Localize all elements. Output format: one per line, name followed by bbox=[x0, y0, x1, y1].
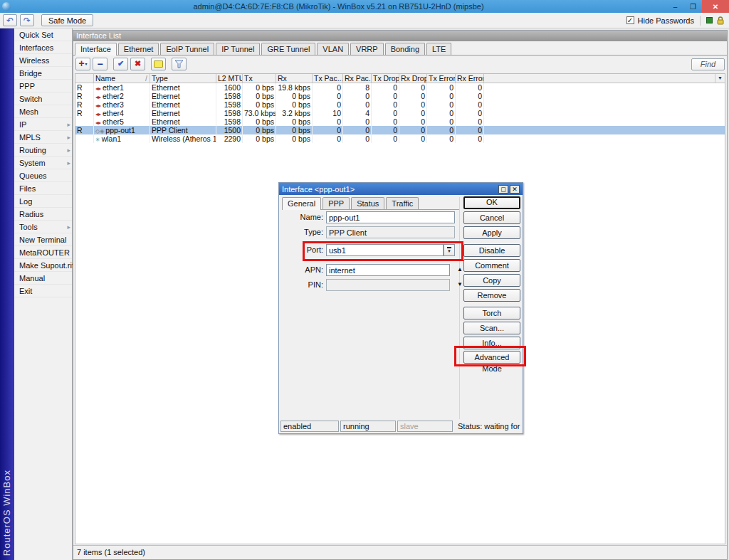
apn-input[interactable] bbox=[326, 264, 450, 276]
column-header-rx-drops[interactable]: Rx Drops bbox=[399, 74, 427, 83]
tab-vrrp[interactable]: VRRP bbox=[350, 43, 384, 55]
tab-ethernet[interactable]: Ethernet bbox=[118, 43, 159, 55]
tab-gre-tunnel[interactable]: GRE Tunnel bbox=[261, 43, 315, 55]
column-header-tx-pac[interactable]: Tx Pac... bbox=[313, 74, 343, 83]
add-button[interactable]: +▾ bbox=[75, 58, 90, 70]
sidebar-item-files[interactable]: Files bbox=[14, 182, 72, 195]
sidebar-item-interfaces[interactable]: Interfaces bbox=[14, 41, 72, 54]
flag-column-header[interactable] bbox=[75, 74, 94, 83]
torch-button[interactable]: Torch bbox=[463, 307, 520, 319]
table-row[interactable]: ◂▸ether5Ethernet15980 bps0 bps000000 bbox=[75, 117, 725, 126]
column-header-rx-pac[interactable]: Rx Pac... bbox=[343, 74, 372, 83]
dialog-close-button[interactable]: ✕ bbox=[510, 185, 520, 194]
table-row[interactable]: R◂▸ether1Ethernet16000 bps19.8 kbps08000… bbox=[75, 83, 725, 92]
close-button[interactable]: ✕ bbox=[702, 0, 729, 13]
copy-button[interactable]: Copy bbox=[463, 274, 520, 287]
safe-mode-button[interactable]: Safe Mode bbox=[41, 14, 93, 26]
restore-button[interactable]: ❐ bbox=[684, 0, 702, 13]
hide-passwords-checkbox[interactable]: ✓ bbox=[626, 16, 634, 24]
sidebar-item-switch[interactable]: Switch bbox=[14, 93, 72, 105]
sidebar-item-label: Routing bbox=[19, 146, 46, 154]
row-value: 1598 bbox=[216, 100, 243, 109]
comment-button[interactable]: Comment bbox=[463, 259, 520, 272]
row-value: 0 bbox=[313, 117, 343, 126]
row-value: 8 bbox=[343, 83, 372, 92]
row-value: 0 bbox=[427, 92, 456, 100]
interface-name: ether2 bbox=[103, 92, 124, 100]
sidebar-item-quick-set[interactable]: Quick Set bbox=[14, 28, 72, 41]
tab-interface[interactable]: Interface bbox=[75, 43, 117, 56]
dialog-tab-general[interactable]: General bbox=[282, 197, 321, 210]
cancel-button[interactable]: Cancel bbox=[463, 211, 520, 224]
comment-button[interactable] bbox=[151, 58, 166, 70]
sidebar-item-make-supout-rif[interactable]: Make Supout.rif bbox=[14, 259, 72, 272]
sidebar-item-label: Exit bbox=[19, 287, 32, 295]
row-value: 0 bbox=[456, 117, 484, 126]
disable-button[interactable]: ✖ bbox=[130, 58, 145, 70]
sidebar-item-routing[interactable]: Routing▸ bbox=[14, 144, 72, 157]
column-header-tx-drops[interactable]: Tx Drops bbox=[372, 74, 399, 83]
column-chooser-button[interactable]: ▼ bbox=[715, 74, 725, 83]
sidebar-item-mesh[interactable]: Mesh bbox=[14, 105, 72, 118]
column-header-rx[interactable]: Rx bbox=[276, 74, 313, 83]
port-dropdown-input[interactable] bbox=[326, 244, 444, 256]
tab-eoip-tunnel[interactable]: EoIP Tunnel bbox=[160, 43, 214, 55]
dialog-tab-traffic[interactable]: Traffic bbox=[386, 197, 419, 209]
dialog-tab-ppp[interactable]: PPP bbox=[322, 197, 350, 209]
tab-ip-tunnel[interactable]: IP Tunnel bbox=[216, 43, 260, 55]
interface-list-tabs: InterfaceEthernetEoIP TunnelIP TunnelGRE… bbox=[73, 41, 727, 56]
filter-button[interactable] bbox=[172, 58, 187, 70]
sidebar-item-new-terminal[interactable]: New Terminal bbox=[14, 233, 72, 246]
column-header-l2-mtu[interactable]: L2 MTU bbox=[216, 74, 243, 83]
sidebar-item-mpls[interactable]: MPLS▸ bbox=[14, 131, 72, 144]
column-header-type[interactable]: Type bbox=[150, 74, 216, 83]
enable-button[interactable]: ✔ bbox=[113, 58, 128, 70]
undo-button[interactable]: ↶ bbox=[3, 14, 17, 26]
dialog-titlebar: Interface <ppp-out1> ◻ ✕ bbox=[279, 183, 523, 195]
tab-bonding[interactable]: Bonding bbox=[385, 43, 425, 55]
collapse-up-icon[interactable]: ▲ bbox=[457, 267, 463, 273]
disable-button[interactable]: Disable bbox=[463, 244, 520, 257]
remove-button[interactable]: Remove bbox=[463, 289, 520, 302]
sidebar-item-label: Files bbox=[19, 184, 36, 193]
collapse-down-icon[interactable]: ▼ bbox=[457, 282, 463, 287]
sidebar-item-wireless[interactable]: Wireless bbox=[14, 54, 72, 67]
table-row[interactable]: R◂▸ether4Ethernet159873.0 kbps3.2 kbps10… bbox=[75, 109, 725, 117]
column-header-rx-errors[interactable]: Rx Errors bbox=[456, 74, 484, 83]
apply-button[interactable]: Apply bbox=[463, 226, 520, 239]
info-button[interactable]: Info... bbox=[463, 337, 520, 349]
column-header-name[interactable]: Name/ bbox=[94, 74, 150, 83]
tab-vlan[interactable]: VLAN bbox=[317, 43, 349, 55]
remove-button[interactable]: − bbox=[93, 58, 107, 70]
sidebar-item-exit[interactable]: Exit bbox=[14, 285, 72, 297]
scan-button[interactable]: Scan... bbox=[463, 322, 520, 334]
port-dropdown-button[interactable]: ▼ bbox=[444, 244, 455, 256]
column-header-tx[interactable]: Tx bbox=[243, 74, 276, 83]
table-row[interactable]: ✳wlan1Wireless (Atheros 11N)22900 bps0 b… bbox=[75, 134, 725, 143]
pin-input[interactable] bbox=[326, 279, 450, 291]
sidebar-item-manual[interactable]: Manual bbox=[14, 272, 72, 285]
table-row[interactable]: R◂▸ether3Ethernet15980 bps0 bps000000 bbox=[75, 100, 725, 109]
dialog-restore-button[interactable]: ◻ bbox=[498, 185, 508, 194]
name-input[interactable] bbox=[326, 211, 455, 223]
redo-button[interactable]: ↷ bbox=[20, 14, 34, 26]
minimize-button[interactable]: – bbox=[666, 0, 684, 13]
column-header-tx-errors[interactable]: Tx Errors bbox=[427, 74, 456, 83]
ok-button[interactable]: OK bbox=[463, 196, 520, 209]
table-row[interactable]: R◇◈ppp-out1PPP Client15000 bps0 bps00000… bbox=[75, 126, 725, 134]
advanced-mode-button[interactable]: Advanced Mode bbox=[463, 351, 520, 364]
sidebar-item-queues[interactable]: Queues bbox=[14, 169, 72, 182]
tab-lte[interactable]: LTE bbox=[426, 43, 451, 55]
sidebar-item-log[interactable]: Log bbox=[14, 195, 72, 208]
sidebar-item-metarouter[interactable]: MetaROUTER bbox=[14, 246, 72, 259]
sidebar-item-ip[interactable]: IP▸ bbox=[14, 118, 72, 131]
sidebar-item-system[interactable]: System▸ bbox=[14, 157, 72, 169]
brand-strip: RouterOS WinBox bbox=[0, 28, 14, 560]
sidebar-item-ppp[interactable]: PPP bbox=[14, 80, 72, 93]
sidebar-item-bridge[interactable]: Bridge bbox=[14, 67, 72, 80]
sidebar-item-radius[interactable]: Radius bbox=[14, 208, 72, 221]
find-button[interactable]: Find bbox=[691, 58, 725, 70]
sidebar-item-tools[interactable]: Tools▸ bbox=[14, 221, 72, 233]
table-row[interactable]: R◂▸ether2Ethernet15980 bps0 bps000000 bbox=[75, 92, 725, 100]
dialog-tab-status[interactable]: Status bbox=[351, 197, 384, 209]
